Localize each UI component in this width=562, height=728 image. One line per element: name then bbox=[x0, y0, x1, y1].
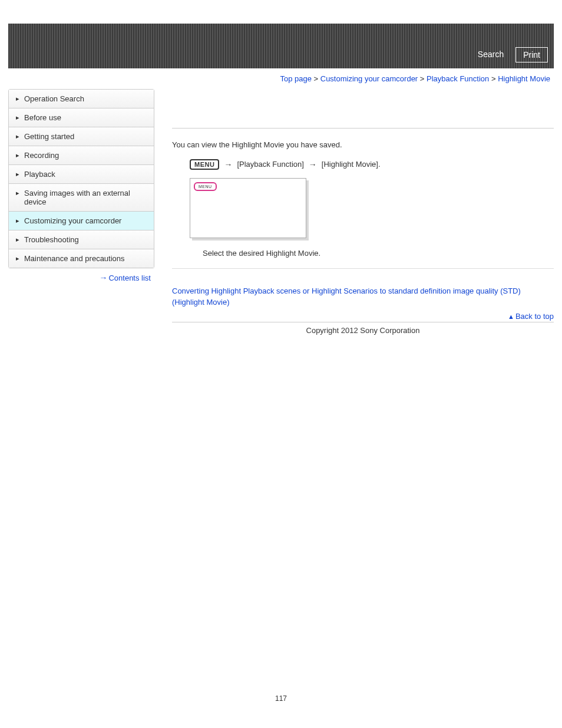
arrow-right-icon: → bbox=[309, 160, 317, 169]
triangle-up-icon: ▲ bbox=[508, 313, 514, 320]
contents-list-link[interactable]: Contents list bbox=[108, 274, 151, 282]
sidebar-item-troubleshooting[interactable]: Troubleshooting bbox=[9, 230, 154, 249]
copyright-text: Copyright 2012 Sony Corporation bbox=[172, 322, 554, 353]
breadcrumb: Top page > Customizing your camcorder > … bbox=[0, 68, 562, 89]
related-topic-link[interactable]: Converting Highlight Playback scenes or … bbox=[172, 285, 554, 308]
breadcrumb-sep: > bbox=[491, 74, 496, 83]
breadcrumb-sep: > bbox=[314, 74, 319, 83]
page-number: 117 bbox=[0, 694, 562, 714]
sidebar-item-saving-images[interactable]: Saving images with an external device bbox=[9, 184, 154, 212]
intro-text: You can view the Highlight Movie you hav… bbox=[172, 139, 554, 151]
step-1-part-b: [Highlight Movie]. bbox=[322, 160, 381, 169]
sidebar-item-playback[interactable]: Playback bbox=[9, 165, 154, 184]
step-2: Select the desired Highlight Movie. bbox=[172, 249, 554, 258]
breadcrumb-current: Highlight Movie bbox=[498, 74, 550, 83]
arrow-right-icon: → bbox=[99, 273, 107, 282]
back-to-top-wrapper: ▲Back to top bbox=[172, 312, 554, 322]
back-to-top-link[interactable]: Back to top bbox=[515, 312, 554, 321]
sidebar: Operation Search Before use Getting star… bbox=[8, 89, 154, 268]
breadcrumb-sep: > bbox=[420, 74, 425, 83]
contents-list-link-wrapper: →Contents list bbox=[8, 268, 154, 287]
sidebar-item-customizing[interactable]: Customizing your camcorder bbox=[9, 212, 154, 230]
sidebar-item-operation-search[interactable]: Operation Search bbox=[9, 90, 154, 108]
sidebar-item-maintenance[interactable]: Maintenance and precautions bbox=[9, 249, 154, 268]
breadcrumb-playback-function[interactable]: Playback Function bbox=[427, 74, 489, 83]
divider bbox=[172, 128, 554, 129]
menu-icon: MENU bbox=[190, 159, 219, 170]
arrow-right-icon: → bbox=[224, 160, 232, 169]
breadcrumb-top[interactable]: Top page bbox=[280, 74, 312, 83]
header-buttons: Search Print bbox=[471, 47, 548, 62]
search-button[interactable]: Search bbox=[471, 47, 511, 62]
step-1: MENU → [Playback Function] → [Highlight … bbox=[172, 157, 554, 172]
header-bar: Search Print bbox=[8, 24, 554, 68]
divider bbox=[172, 268, 554, 269]
sidebar-item-recording[interactable]: Recording bbox=[9, 146, 154, 165]
sidebar-wrapper: Operation Search Before use Getting star… bbox=[8, 89, 154, 353]
main-layout: Operation Search Before use Getting star… bbox=[0, 89, 562, 353]
sidebar-item-before-use[interactable]: Before use bbox=[9, 108, 154, 127]
step-1-part-a: [Playback Function] bbox=[237, 160, 303, 169]
sidebar-item-getting-started[interactable]: Getting started bbox=[9, 127, 154, 146]
content-area: You can view the Highlight Movie you hav… bbox=[172, 89, 554, 353]
screen-menu-highlight: MENU bbox=[194, 182, 217, 191]
breadcrumb-customizing[interactable]: Customizing your camcorder bbox=[320, 74, 418, 83]
print-button[interactable]: Print bbox=[515, 47, 548, 62]
screen-illustration: MENU bbox=[190, 178, 306, 238]
